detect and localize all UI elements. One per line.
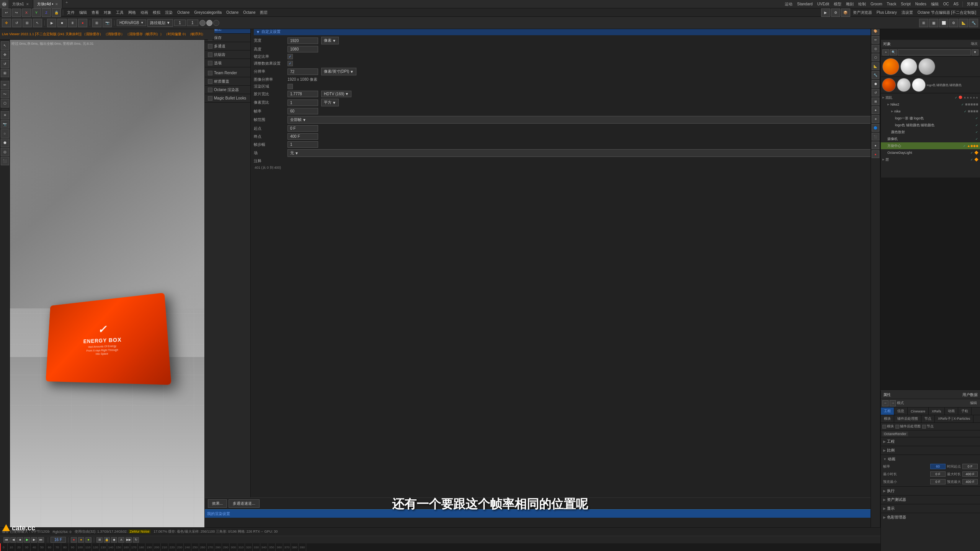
width-unit-select[interactable]: 像素 ▼	[321, 37, 339, 44]
props-sub-module[interactable]: 模块	[881, 415, 894, 422]
check-nodes[interactable]	[922, 425, 926, 429]
color-btn3[interactable]	[213, 20, 219, 26]
ri-btn12[interactable]: ☀	[872, 115, 879, 123]
menu-groom[interactable]: Groom	[869, 1, 884, 7]
object-menu[interactable]: 对象	[102, 9, 113, 16]
props-tab-xrefs[interactable]: XRefs	[929, 408, 945, 415]
st-item-camera[interactable]: 摄像机 ✓	[881, 135, 980, 142]
liquid-settings[interactable]: 流设置	[900, 9, 915, 16]
menu-edit2[interactable]: 编辑	[929, 1, 941, 8]
y-axis[interactable]: Y	[32, 8, 41, 17]
ri-btn11[interactable]: ✦	[872, 106, 879, 114]
tl-motion[interactable]: ▶▶	[126, 537, 132, 543]
tl-auto[interactable]: A	[118, 537, 124, 543]
plus-library[interactable]: Plus Library	[875, 10, 899, 15]
tool-null[interactable]: ○	[1, 129, 9, 138]
menu-oc[interactable]: OC	[941, 1, 951, 7]
exec-header[interactable]: ▶ 执行	[883, 487, 978, 494]
render-menu[interactable]: 渲染	[163, 9, 175, 16]
color-btn2[interactable]	[206, 20, 212, 26]
st-item-logose[interactable]: logo色 辅助颜色 辅助颜色 ✓	[881, 122, 980, 129]
st-item-yanse[interactable]: 颜色散射 ✓	[881, 129, 980, 135]
st-item-layer[interactable]: ▶ 层 ✓ 🔶	[881, 156, 980, 163]
st-search-input[interactable]	[898, 49, 971, 55]
tool-rotate[interactable]: ↺	[1, 60, 9, 68]
menu-standard[interactable]: Standard	[795, 1, 815, 7]
tl-snap[interactable]: ⊞	[96, 537, 103, 543]
anim-menu[interactable]: 动画	[139, 9, 150, 16]
scale-tool[interactable]: ⊞	[23, 19, 32, 27]
render-quick[interactable]: ▶	[821, 8, 830, 17]
value2-input[interactable]: 1	[187, 20, 198, 26]
width-input[interactable]: 1920	[287, 37, 318, 44]
menu-track[interactable]: Track	[885, 1, 898, 7]
mat-sm3[interactable]	[912, 78, 926, 92]
tool-mograph[interactable]: ⬛	[1, 157, 9, 165]
tl-goto-end[interactable]: ⏭	[38, 537, 44, 543]
tl-stop[interactable]: ■	[17, 537, 23, 543]
mat-sm2[interactable]	[897, 78, 911, 92]
tool-deform[interactable]: ⬢	[1, 139, 9, 147]
tl-lock[interactable]: 🔒	[104, 537, 110, 543]
st-filter-btn[interactable]: ▼	[972, 49, 978, 55]
menu-motion[interactable]: 运动	[783, 1, 794, 8]
undo-btn[interactable]: ↩	[2, 8, 11, 17]
independent-checkbox[interactable]	[287, 61, 293, 66]
select-tool[interactable]: ↖	[33, 19, 42, 27]
menu-script[interactable]: Script	[899, 1, 913, 7]
layout-btn2[interactable]: ▦	[929, 19, 938, 27]
mat-preview-white1[interactable]	[900, 58, 917, 75]
st-item-fangkuai[interactable]: 方块中心 ✓ ▲◆◆◆	[881, 142, 980, 149]
fps-prop-value[interactable]: 60	[930, 464, 946, 469]
value1-input[interactable]: 1	[174, 20, 186, 26]
pause-btn[interactable]: ⏸	[68, 19, 77, 27]
edit-menu[interactable]: 编辑	[77, 9, 89, 16]
color-btn1[interactable]	[199, 20, 206, 26]
tool-spline[interactable]: 〜	[1, 90, 9, 98]
menu-as[interactable]: AS	[952, 1, 960, 7]
time-start-value[interactable]: 0 F	[962, 464, 978, 469]
tl-next-frame[interactable]: ▶	[31, 537, 37, 543]
tl-play[interactable]: ▶	[24, 537, 30, 543]
render-options-item[interactable]: 选项	[205, 59, 250, 67]
cam-btn[interactable]: 📷	[103, 19, 112, 27]
st-item-nike2[interactable]: ▶ Nike2 ✓ ◼◼◼◼◼	[881, 101, 980, 108]
gsg-menu[interactable]: Greyscalegorilla	[192, 10, 224, 15]
scale-header[interactable]: ▶ 比例	[883, 447, 978, 454]
mat-preview-orange[interactable]	[882, 58, 899, 75]
tool-light[interactable]: ☀	[1, 111, 9, 119]
tab-close-2[interactable]: ✕	[55, 2, 58, 6]
script-menu[interactable]: 图层	[258, 9, 270, 16]
render-multichannel-item[interactable]: 多通道	[205, 42, 250, 51]
frame-range-select[interactable]: 全部帧 ▼	[287, 116, 877, 124]
project-header[interactable]: ▶ 工程	[883, 438, 978, 445]
props-tab-particle[interactable]: 子粒	[958, 408, 972, 415]
layer-menu[interactable]: Octane	[241, 10, 257, 15]
asset-btn[interactable]: 📦	[841, 8, 850, 17]
tool-pen[interactable]: ✏	[1, 81, 9, 89]
preview-min-value[interactable]: 0 F	[930, 479, 946, 484]
ri-btn8[interactable]: ⬢	[872, 80, 879, 88]
props-tab-cineware[interactable]: Cineware	[908, 408, 929, 415]
move-tool[interactable]: ✜	[2, 19, 11, 27]
check-postfx[interactable]	[895, 425, 899, 429]
octane-nodeeditor[interactable]: Octane 节点编辑器 [不二合定制版]	[916, 9, 978, 16]
pixel-aspect-unit-select[interactable]: 平方 ▼	[321, 99, 339, 106]
anim-header[interactable]: ▼ 动画	[883, 456, 978, 463]
dpi-input[interactable]: 72	[287, 68, 318, 75]
sim-menu[interactable]: 模拟	[151, 9, 162, 16]
start-input[interactable]: 0 F	[287, 125, 318, 132]
st-item-nike[interactable]: ▶ nike ✓ ◼◼◼◼	[881, 108, 980, 115]
fps-input[interactable]: 60	[287, 108, 318, 114]
octane-menu[interactable]: Octane	[175, 10, 191, 15]
tools-menu[interactable]: 工具	[114, 9, 126, 16]
path-dropdown[interactable]: 路径规划 ▼	[147, 19, 173, 27]
redo-btn[interactable]: ↪	[12, 8, 21, 17]
lock-btn[interactable]: 🔒	[52, 8, 61, 17]
st-item-logo[interactable]: logo一形 徽 logo色 ✓	[881, 115, 980, 122]
tl-record2[interactable]: ●	[78, 537, 84, 543]
mesh-menu[interactable]: 网格	[126, 9, 138, 16]
layout-btn1[interactable]: ⊞	[919, 19, 928, 27]
tl-record3[interactable]: ●	[85, 537, 91, 543]
height-input[interactable]: 1080	[287, 46, 318, 52]
